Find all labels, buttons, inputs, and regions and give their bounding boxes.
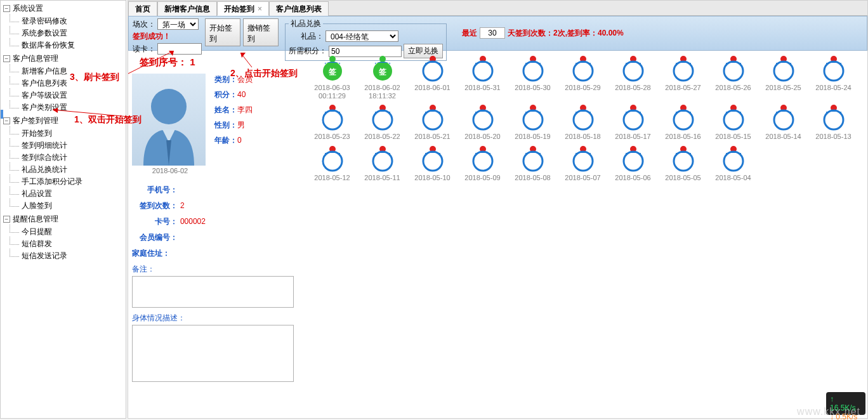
svg-point-14 bbox=[574, 62, 593, 81]
tree-item[interactable]: 客户信息列表 bbox=[10, 77, 123, 89]
tree-item-label: 客户信息列表 bbox=[22, 78, 67, 89]
svg-point-10 bbox=[473, 62, 492, 81]
calendar-day[interactable]: 2018-05-17 bbox=[608, 103, 658, 141]
tree-group-header[interactable]: −客户信息管理 bbox=[3, 52, 123, 65]
calendar-day[interactable]: 2018-05-06 bbox=[608, 145, 658, 182]
field-value: 2 bbox=[180, 201, 185, 210]
unsigned-icon bbox=[619, 55, 647, 82]
calendar-day[interactable]: 签2018-06-0218:11:32 bbox=[357, 55, 407, 100]
tab[interactable]: 首页 bbox=[128, 1, 157, 16]
remark-textarea[interactable] bbox=[132, 276, 294, 308]
calendar-date: 2018-06-02 bbox=[357, 84, 407, 92]
field-value: 40 bbox=[237, 90, 246, 99]
calendar-day[interactable]: 2018-05-09 bbox=[457, 145, 508, 182]
tree-item[interactable]: 开始签到 bbox=[10, 128, 123, 140]
field-value: 000002 bbox=[180, 217, 206, 226]
calendar-day[interactable]: 2018-05-28 bbox=[608, 55, 658, 100]
calendar-day[interactable]: 2018-05-27 bbox=[658, 55, 708, 100]
calendar-day[interactable]: 2018-05-23 bbox=[307, 103, 357, 141]
unsigned-icon bbox=[720, 103, 747, 131]
unsigned-icon bbox=[820, 55, 848, 82]
tree-item[interactable]: 签到综合统计 bbox=[10, 152, 123, 164]
tree-item[interactable]: 短信发送记录 bbox=[10, 250, 123, 262]
calendar-date: 2018-05-08 bbox=[508, 174, 558, 182]
recent-days-input[interactable] bbox=[480, 27, 505, 39]
calendar-day[interactable]: 2018-05-15 bbox=[708, 103, 758, 141]
tree-item[interactable]: 客户等级设置 bbox=[10, 89, 123, 102]
tree-item[interactable]: 登录密码修改 bbox=[10, 15, 123, 27]
tree-item[interactable]: 人脸签到 bbox=[10, 200, 123, 212]
calendar-day[interactable]: 2018-05-04 bbox=[708, 145, 758, 182]
unsigned-icon bbox=[469, 55, 497, 82]
calendar-day[interactable]: 2018-05-25 bbox=[758, 55, 808, 100]
session-select[interactable]: 第一场 bbox=[157, 18, 199, 30]
calendar-day[interactable]: 2018-05-29 bbox=[558, 55, 608, 100]
calendar-day[interactable]: 2018-05-24 bbox=[808, 55, 858, 100]
tree-item[interactable]: 签到明细统计 bbox=[10, 140, 123, 152]
calendar-day[interactable]: 2018-05-30 bbox=[508, 55, 558, 100]
tab[interactable]: 新增客户信息 bbox=[157, 1, 217, 16]
signed-icon: 签 bbox=[369, 55, 397, 82]
tree-item[interactable]: 手工添加积分记录 bbox=[10, 176, 123, 188]
svg-point-30 bbox=[423, 110, 442, 129]
calendar-date: 2018-05-18 bbox=[558, 133, 608, 141]
unsigned-icon bbox=[569, 55, 597, 82]
tree-item[interactable]: 今日提醒 bbox=[10, 226, 123, 238]
tree-item[interactable]: 系统参数设置 bbox=[10, 27, 123, 39]
calendar-date: 2018-05-15 bbox=[708, 133, 758, 141]
tree-item[interactable]: 礼品兑换统计 bbox=[10, 164, 123, 176]
calendar-day[interactable]: 2018-05-12 bbox=[307, 145, 357, 182]
field-label: 卡号： bbox=[132, 217, 178, 226]
tree-item[interactable]: 礼品设置 bbox=[10, 188, 123, 200]
field-value: 李四 bbox=[237, 105, 253, 114]
field-label: 签到次数： bbox=[132, 201, 178, 210]
unsigned-icon bbox=[770, 103, 798, 131]
signin-sequence-title: 签到序号： 1 bbox=[140, 56, 301, 69]
health-textarea[interactable] bbox=[132, 325, 294, 382]
unsigned-icon bbox=[619, 145, 647, 173]
calendar-day[interactable]: 2018-05-07 bbox=[558, 145, 608, 182]
unsigned-icon bbox=[419, 145, 447, 173]
tree-item[interactable]: 新增客户信息 bbox=[10, 65, 123, 77]
calendar-day[interactable]: 2018-05-14 bbox=[758, 103, 808, 141]
calendar-day[interactable]: 2018-05-22 bbox=[357, 103, 407, 141]
calendar-day[interactable]: 2018-05-08 bbox=[508, 145, 558, 182]
close-icon[interactable]: × bbox=[258, 4, 262, 13]
svg-point-0 bbox=[151, 89, 187, 124]
tree-group-header[interactable]: −客户签到管理 bbox=[3, 114, 123, 128]
tree-group-header[interactable]: −系统设置 bbox=[3, 2, 123, 15]
calendar-day[interactable]: 2018-05-11 bbox=[357, 145, 407, 182]
calendar-day[interactable]: 2018-05-19 bbox=[508, 103, 558, 141]
calendar-day[interactable]: 2018-05-13 bbox=[808, 103, 858, 141]
calendar-day[interactable]: 2018-06-01 bbox=[407, 55, 457, 100]
tab[interactable]: 客户信息列表 bbox=[269, 1, 329, 16]
calendar-pane: 签2018-06-0300:11:29签2018-06-0218:11:3220… bbox=[305, 51, 867, 418]
calendar-day[interactable]: 2018-05-20 bbox=[457, 103, 508, 141]
gift-select[interactable]: 004-经络笔 bbox=[326, 30, 398, 42]
calendar-day[interactable]: 2018-05-05 bbox=[658, 145, 708, 182]
recent-prefix: 最近 bbox=[462, 28, 477, 39]
tab[interactable]: 开始签到× bbox=[217, 1, 269, 16]
calendar-date: 2018-05-09 bbox=[457, 174, 508, 182]
calendar-day[interactable]: 2018-05-18 bbox=[558, 103, 608, 141]
svg-point-56 bbox=[523, 152, 542, 171]
field-label: 年龄： bbox=[214, 136, 237, 145]
unsigned-icon bbox=[519, 103, 547, 131]
calendar-day[interactable]: 签2018-06-0300:11:29 bbox=[307, 55, 357, 100]
svg-point-38 bbox=[624, 110, 643, 129]
calendar-day[interactable]: 2018-05-21 bbox=[407, 103, 457, 141]
calendar-day[interactable]: 2018-05-16 bbox=[658, 103, 708, 141]
tree-item-label: 签到综合统计 bbox=[22, 152, 67, 163]
undo-signin-button[interactable]: 撤销签到 bbox=[243, 18, 279, 46]
calendar-day[interactable]: 2018-05-31 bbox=[457, 55, 508, 100]
tree-item[interactable]: 数据库备份恢复 bbox=[10, 39, 123, 51]
calendar-day[interactable]: 2018-05-26 bbox=[708, 55, 758, 100]
calendar-time: 18:11:32 bbox=[357, 92, 407, 100]
start-signin-button[interactable]: 开始签到 bbox=[205, 18, 240, 46]
tree-item[interactable]: 短信群发 bbox=[10, 238, 123, 250]
calendar-day[interactable]: 2018-05-10 bbox=[407, 145, 457, 182]
tree-group-header[interactable]: −提醒信息管理 bbox=[3, 213, 123, 226]
tree-item[interactable]: 客户类别设置 bbox=[10, 102, 123, 114]
tab-bar: 首页新增客户信息开始签到×客户信息列表 bbox=[128, 1, 867, 16]
tree-item-label: 客户类别设置 bbox=[22, 102, 67, 113]
